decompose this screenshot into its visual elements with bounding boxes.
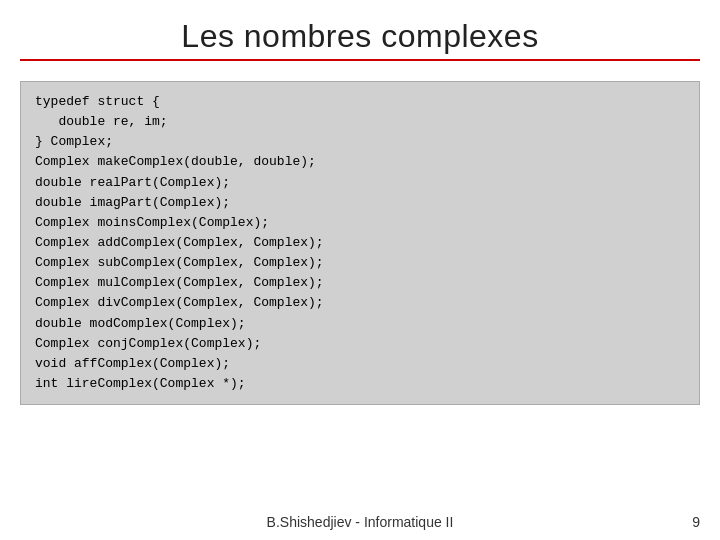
main-content: typedef struct { double re, im; } Comple… xyxy=(0,69,720,500)
footer-page: 9 xyxy=(692,514,700,530)
page-container: Les nombres complexes typedef struct { d… xyxy=(0,0,720,540)
footer-text: B.Shishedjiev - Informatique II xyxy=(267,514,454,530)
page-title: Les nombres complexes xyxy=(181,18,538,55)
footer: B.Shishedjiev - Informatique II 9 xyxy=(0,500,720,540)
code-block: typedef struct { double re, im; } Comple… xyxy=(20,81,700,405)
header: Les nombres complexes xyxy=(0,0,720,69)
title-underline xyxy=(20,59,700,61)
